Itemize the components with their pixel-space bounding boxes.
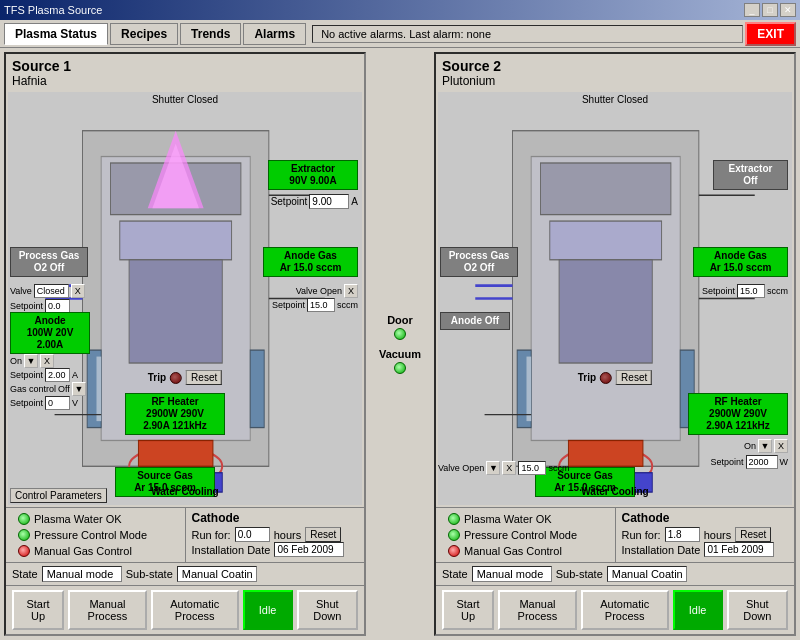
- source1-shutdown-btn[interactable]: Shut Down: [297, 590, 358, 630]
- source1-startup-btn[interactable]: Start Up: [12, 590, 64, 630]
- svg-rect-3: [120, 221, 232, 260]
- source2-process-gas-box: Process Gas O2 Off: [440, 247, 518, 277]
- source2-substate-input[interactable]: [607, 566, 687, 582]
- source2-source-gas-valve-btn[interactable]: ▼: [486, 461, 500, 475]
- source2-rf-heater-box: RF Heater 2900W 290V 2.90A 121kHz: [688, 393, 788, 435]
- source2-plasma-water-row: Plasma Water OK: [442, 511, 609, 527]
- source2-trip-led: [600, 372, 612, 384]
- source1-gas-setpoint-row: Setpoint V: [10, 396, 78, 410]
- source1-status-section: Plasma Water OK Pressure Control Mode Ma…: [6, 508, 185, 562]
- source2-source-gas-setpoint-input[interactable]: [518, 461, 546, 475]
- tab-trends[interactable]: Trends: [180, 23, 241, 45]
- tab-plasma-status[interactable]: Plasma Status: [4, 23, 108, 45]
- source2-startup-btn[interactable]: Start Up: [442, 590, 494, 630]
- source1-anode-gas-x-btn[interactable]: X: [344, 284, 358, 298]
- tab-alarms[interactable]: Alarms: [243, 23, 306, 45]
- source1-state-input[interactable]: [42, 566, 122, 582]
- svg-rect-16: [138, 440, 213, 466]
- source2-run-for-row: Run for: hours Reset: [622, 527, 789, 542]
- source1-extractor-box: Extractor 90V 9.00A: [268, 160, 358, 190]
- source2-shutdown-btn[interactable]: Shut Down: [727, 590, 788, 630]
- source1-anode-on-row: On ▼ X: [10, 354, 54, 368]
- minimize-btn[interactable]: _: [744, 3, 760, 17]
- source1-valve-input[interactable]: [34, 284, 69, 298]
- close-btn[interactable]: ✕: [780, 3, 796, 17]
- source1-control-params-area: Control Parameters: [10, 488, 107, 503]
- source2-rf-setpoint-row: Setpoint W: [710, 455, 788, 469]
- source1-gas-setpoint-input[interactable]: [45, 396, 70, 410]
- source1-anode-gas-setpoint-row: Setpoint sccm: [272, 298, 358, 312]
- source2-subtitle: Plutonium: [436, 74, 794, 90]
- source2-install-date-row: Installation Date: [622, 542, 789, 557]
- svg-rect-6: [97, 357, 102, 422]
- door-indicator: Door: [387, 314, 413, 340]
- source1-diagram: Shutter Closed: [8, 92, 362, 505]
- source1-plasma-water-row: Plasma Water OK: [12, 511, 179, 527]
- source2-water-cooling-label: Water Cooling: [581, 486, 648, 497]
- source1-trip-area: Trip Reset: [148, 370, 222, 385]
- source2-cathode-section: Cathode Run for: hours Reset Installatio…: [615, 508, 795, 562]
- source1-water-cooling-label: Water Cooling: [151, 486, 218, 497]
- source1-cathode-section: Cathode Run for: hours Reset Installatio…: [185, 508, 365, 562]
- source2-diagram: Shutter Closed: [438, 92, 792, 505]
- source2-rf-on-row: On ▼ X: [744, 439, 788, 453]
- source2-rf-on-btn[interactable]: ▼: [758, 439, 772, 453]
- source1-substate-input[interactable]: [177, 566, 257, 582]
- source1-run-for-input[interactable]: [235, 527, 270, 542]
- source1-install-date-row: Installation Date: [192, 542, 359, 557]
- source1-panel: Source 1 Hafnia Shutter Closed: [4, 52, 366, 636]
- exit-button[interactable]: EXIT: [745, 22, 796, 46]
- source2-rf-setpoint-input[interactable]: [746, 455, 778, 469]
- menu-bar: Plasma Status Recipes Trends Alarms No a…: [0, 20, 800, 48]
- source2-idle-btn[interactable]: Idle: [673, 590, 723, 630]
- source2-bottom-buttons: Start Up Manual Process Automatic Proces…: [436, 586, 794, 634]
- alarm-display: No active alarms. Last alarm: none: [312, 25, 743, 43]
- source1-cathode-reset-btn[interactable]: Reset: [305, 527, 341, 542]
- source1-anode-setpoint-input[interactable]: [45, 368, 70, 382]
- source1-title: Source 1: [6, 54, 364, 74]
- source1-control-params-btn[interactable]: Control Parameters: [10, 488, 107, 503]
- source2-source-gas-x-btn[interactable]: X: [502, 461, 516, 475]
- source2-panel: Source 2 Plutonium Shutter Closed: [434, 52, 796, 636]
- source2-trip-reset-btn[interactable]: Reset: [616, 370, 652, 385]
- source2-extractor-box: Extractor Off: [713, 160, 788, 190]
- source2-source-gas-controls: Valve Open ▼ X sccm: [438, 461, 569, 475]
- source1-process-gas-setpoint-input[interactable]: [45, 299, 70, 313]
- source1-anode-gas-controls: Valve Open X: [296, 284, 358, 298]
- source1-manual-gas-led: [18, 545, 30, 557]
- source2-manual-process-btn[interactable]: Manual Process: [498, 590, 577, 630]
- source2-lower-section: Plasma Water OK Pressure Control Mode Ma…: [436, 507, 794, 562]
- source1-extractor-setpoint-input[interactable]: [309, 194, 349, 209]
- window-title: TFS Plasma Source: [4, 4, 102, 16]
- title-bar-buttons: _ □ ✕: [744, 3, 796, 17]
- source2-anode-gas-setpoint-row: Setpoint sccm: [702, 284, 788, 298]
- source1-valve-x-btn[interactable]: X: [71, 284, 85, 298]
- source1-extractor-setpoint-row: Setpoint A: [271, 194, 358, 209]
- source1-anode-box: Anode 100W 20V 2.00A: [10, 312, 90, 354]
- source1-cathode-title: Cathode: [192, 511, 359, 525]
- source2-install-date-input[interactable]: [704, 542, 774, 557]
- source1-gas-control-btn[interactable]: ▼: [72, 382, 86, 396]
- source2-cathode-reset-btn[interactable]: Reset: [735, 527, 771, 542]
- source2-title: Source 2: [436, 54, 794, 74]
- source1-anode-x-btn[interactable]: X: [40, 354, 54, 368]
- source1-anode-on-btn[interactable]: ▼: [24, 354, 38, 368]
- tab-recipes[interactable]: Recipes: [110, 23, 178, 45]
- source2-anode-gas-setpoint-input[interactable]: [737, 284, 765, 298]
- source1-idle-btn[interactable]: Idle: [243, 590, 293, 630]
- source1-bottom-buttons: Start Up Manual Process Automatic Proces…: [6, 586, 364, 634]
- source1-manual-process-btn[interactable]: Manual Process: [68, 590, 147, 630]
- door-led: [394, 328, 406, 340]
- source1-auto-process-btn[interactable]: Automatic Process: [151, 590, 239, 630]
- source2-rf-x-btn[interactable]: X: [774, 439, 788, 453]
- source1-pressure-control-row: Pressure Control Mode: [12, 527, 179, 543]
- source1-anode-setpoint-row: Setpoint A: [10, 368, 78, 382]
- vacuum-led: [394, 362, 406, 374]
- source1-trip-reset-btn[interactable]: Reset: [186, 370, 222, 385]
- maximize-btn[interactable]: □: [762, 3, 778, 17]
- source2-run-for-input[interactable]: [665, 527, 700, 542]
- source1-anode-gas-setpoint-input[interactable]: [307, 298, 335, 312]
- source1-install-date-input[interactable]: [274, 542, 344, 557]
- source2-state-input[interactable]: [472, 566, 552, 582]
- source2-auto-process-btn[interactable]: Automatic Process: [581, 590, 669, 630]
